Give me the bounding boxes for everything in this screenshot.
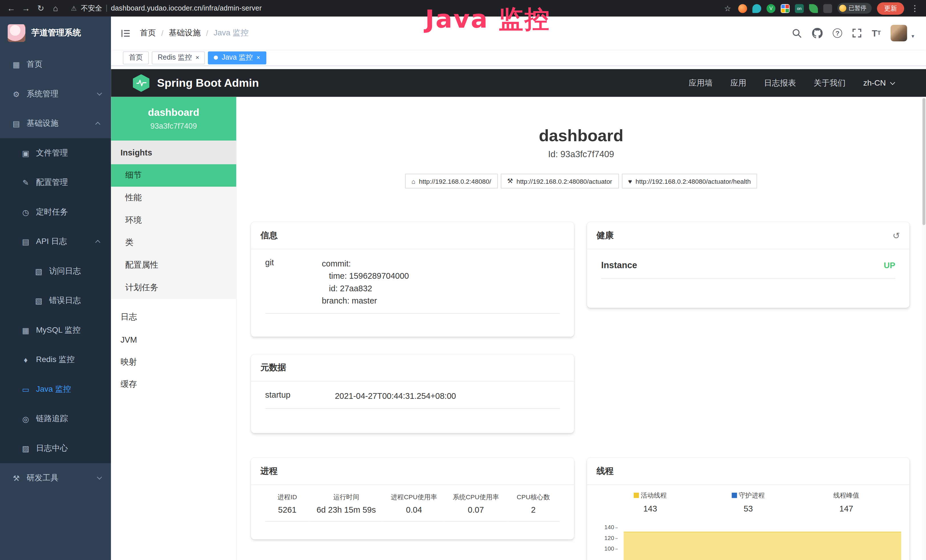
- live-threads-label[interactable]: 活动线程: [641, 491, 667, 500]
- live-threads-value: 143: [601, 504, 699, 513]
- sidebar-item-config-management[interactable]: ✎ 配置管理: [0, 168, 111, 197]
- close-tab-icon[interactable]: ×: [195, 54, 199, 61]
- extension-icon-fox[interactable]: [738, 4, 747, 12]
- health-url-link[interactable]: ♥ http://192.168.0.2:48080/actuator/heal…: [622, 174, 758, 189]
- chrome-update-button[interactable]: 更新: [877, 2, 904, 14]
- tab-home[interactable]: 首页: [123, 51, 149, 64]
- help-icon[interactable]: ?: [833, 28, 842, 38]
- screen: ← → ↻ ⌂ ⚠ 不安全 dashboard.yudao.iocoder.cn…: [0, 0, 926, 560]
- app-title: 芋道管理系统: [31, 28, 81, 38]
- sba-nav-journal[interactable]: 日志报表: [764, 77, 796, 88]
- bookmark-star-icon[interactable]: ☆: [722, 4, 733, 12]
- close-tab-icon[interactable]: ×: [256, 54, 260, 61]
- breadcrumb-separator: /: [206, 29, 208, 37]
- sidebar-item-redis-monitor[interactable]: ♦ Redis 监控: [0, 345, 111, 375]
- search-icon[interactable]: [792, 28, 802, 38]
- fullscreen-icon[interactable]: [852, 28, 862, 38]
- extension-icon-grid[interactable]: [781, 4, 790, 12]
- actuator-url-link[interactable]: ⚒ http://192.168.0.2:48080/actuator: [501, 174, 619, 189]
- sidebar-item-java-monitor[interactable]: ▭ Java 监控: [0, 375, 111, 404]
- sba-main: dashboard Id: 93a3fc7f7409 ⌂ http://192.…: [236, 97, 926, 560]
- breadcrumb-infrastructure[interactable]: 基础设施: [169, 28, 201, 38]
- user-avatar[interactable]: [891, 25, 908, 41]
- chevron-up-icon: [95, 240, 100, 245]
- sba-nav-about[interactable]: 关于我们: [814, 77, 846, 88]
- java-monitor-icon: ▭: [21, 385, 30, 394]
- chevron-down-icon: [97, 475, 102, 480]
- live-threads-area: [624, 532, 901, 560]
- sba-item-mappings[interactable]: 映射: [111, 351, 236, 374]
- back-icon[interactable]: ←: [6, 3, 17, 13]
- sba-item-config-props[interactable]: 配置属性: [111, 254, 236, 277]
- reload-icon[interactable]: ↻: [35, 3, 46, 13]
- extension-icon-puzzle[interactable]: [823, 4, 832, 12]
- sba-locale-select[interactable]: zh-CN: [863, 79, 893, 87]
- health-instance-label: Instance: [601, 260, 637, 270]
- git-label: git: [265, 257, 322, 307]
- infrastructure-icon: ▤: [12, 119, 21, 128]
- health-instance-row[interactable]: Instance UP: [601, 249, 895, 279]
- font-size-icon[interactable]: TT: [872, 29, 881, 37]
- sidebar-item-log-center[interactable]: ▨ 日志中心: [0, 434, 111, 463]
- sidebar-item-devtools[interactable]: ⚒ 研发工具: [0, 463, 111, 493]
- sba-nav: 应用墙 应用 日志报表 关于我们 zh-CN: [689, 77, 893, 88]
- info-card-title: 信息: [251, 222, 574, 249]
- sba-logo-icon[interactable]: [133, 74, 150, 92]
- daemon-threads-label[interactable]: 守护进程: [739, 491, 765, 500]
- sba-nav-applications[interactable]: 应用: [730, 77, 746, 88]
- daemon-threads-swatch: [732, 493, 737, 498]
- chevron-down-icon: [890, 80, 895, 85]
- sidebar-item-api-logs[interactable]: ▤ API 日志: [0, 227, 111, 256]
- sba-item-scheduled-tasks[interactable]: 计划任务: [111, 277, 236, 299]
- collapse-sidebar-icon[interactable]: [120, 28, 130, 38]
- url-text: dashboard.yudao.iocoder.cn/infra/admin-s…: [111, 4, 262, 12]
- sidebar-item-error-logs[interactable]: ▧ 错误日志: [0, 286, 111, 316]
- sidebar-item-tracing[interactable]: ◎ 链路追踪: [0, 404, 111, 434]
- access-log-icon: ▧: [34, 267, 43, 275]
- sba-item-caches[interactable]: 缓存: [111, 374, 236, 396]
- home-icon[interactable]: ⌂: [50, 3, 61, 13]
- sba-item-classes[interactable]: 类: [111, 232, 236, 254]
- tab-java-monitor[interactable]: Java 监控 ×: [208, 51, 266, 64]
- sba-instance-header[interactable]: dashboard 93a3fc7f7409: [111, 97, 236, 141]
- sba-item-details[interactable]: 细节: [111, 164, 236, 187]
- forward-icon[interactable]: →: [21, 3, 31, 13]
- extension-icon-drop[interactable]: [752, 4, 761, 12]
- avatar-caret-down-icon[interactable]: ▾: [911, 33, 914, 39]
- y-tick-140: 140: [604, 524, 614, 531]
- sba-item-metrics[interactable]: 性能: [111, 186, 236, 209]
- sidebar-item-label: 日志中心: [36, 443, 68, 454]
- sidebar-item-infrastructure[interactable]: ▤ 基础设施: [0, 109, 111, 138]
- address-bar[interactable]: ⚠ 不安全 dashboard.yudao.iocoder.cn/infra/a…: [71, 3, 262, 13]
- sba-nav-wallboard[interactable]: 应用墙: [689, 77, 713, 88]
- page-scrollbar[interactable]: [922, 97, 926, 560]
- sidebar-item-label: Redis 监控: [36, 354, 74, 365]
- sba-item-jvm[interactable]: JVM: [111, 328, 236, 351]
- sidebar-item-system-management[interactable]: ⚙ 系统管理: [0, 79, 111, 109]
- paused-badge[interactable]: 已暂停: [837, 3, 872, 14]
- sidebar-item-home[interactable]: ▦ 首页: [0, 50, 111, 79]
- extension-icon-leaf[interactable]: [809, 4, 818, 12]
- sidebar-item-scheduled-jobs[interactable]: ◷ 定时任务: [0, 197, 111, 227]
- history-icon[interactable]: ↺: [893, 230, 900, 241]
- instance-url-link[interactable]: ⌂ http://192.168.0.2:48080/: [405, 174, 498, 189]
- sidebar-item-label: 首页: [27, 59, 42, 70]
- scrollbar-thumb[interactable]: [923, 98, 925, 225]
- git-commit-line: commit:: [322, 257, 409, 270]
- sba-item-environment[interactable]: 环境: [111, 209, 236, 232]
- chrome-menu-icon[interactable]: ⋮: [909, 3, 920, 13]
- github-icon[interactable]: [812, 28, 823, 38]
- extension-icon-v[interactable]: V: [767, 4, 775, 12]
- omnibox-divider: [106, 5, 107, 12]
- sidebar-item-mysql-monitor[interactable]: ▦ MySQL 监控: [0, 316, 111, 345]
- extension-icon-on[interactable]: on: [795, 4, 803, 12]
- sidebar-item-access-logs[interactable]: ▧ 访问日志: [0, 256, 111, 286]
- gear-icon: ⚙: [12, 89, 21, 98]
- app-logo-row[interactable]: 芋道管理系统: [0, 17, 111, 50]
- tab-redis-monitor[interactable]: Redis 监控 ×: [152, 51, 205, 64]
- sba-brand-title: Spring Boot Admin: [157, 76, 259, 89]
- process-uptime-value: 6d 23h 15m 59s: [309, 502, 383, 521]
- sidebar-item-file-management[interactable]: ▣ 文件管理: [0, 138, 111, 168]
- sba-item-loggers[interactable]: 日志: [111, 306, 236, 328]
- breadcrumb-home[interactable]: 首页: [140, 28, 156, 38]
